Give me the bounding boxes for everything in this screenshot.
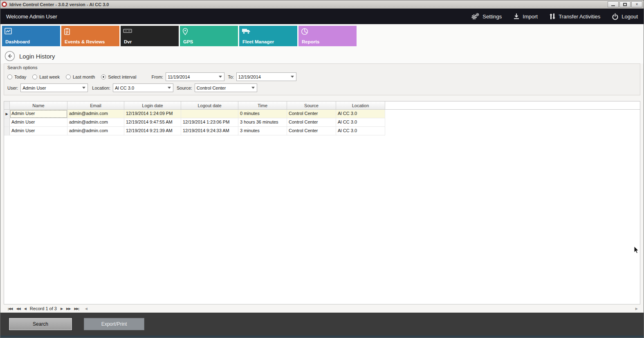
logout-button[interactable]: Logout bbox=[612, 13, 638, 20]
tile-dashboard[interactable]: Dashboard bbox=[2, 26, 60, 46]
transfer-activities-button[interactable]: Transfer Activities bbox=[549, 13, 600, 20]
radio-last-week[interactable]: Last week bbox=[32, 74, 60, 79]
column-header-login-date[interactable]: Login date bbox=[124, 101, 181, 109]
cell-logout-date[interactable] bbox=[181, 110, 238, 118]
cell-source[interactable]: Control Center bbox=[287, 110, 336, 118]
tile-gps[interactable]: GPS bbox=[180, 26, 238, 46]
from-date-combobox[interactable]: 11/19/2014 bbox=[166, 72, 224, 81]
cell-logout-date[interactable]: 12/19/2014 1:23:06 PM bbox=[181, 118, 238, 127]
tile-dvr-label: Dvr bbox=[124, 39, 132, 44]
location-label: Location: bbox=[92, 86, 110, 90]
location-combobox[interactable]: Al CC 3.0 bbox=[113, 83, 173, 92]
truck-icon bbox=[242, 28, 251, 36]
next-record-button[interactable]: ▶ bbox=[61, 307, 63, 311]
table-row[interactable]: ▶ Admin User admin@admin.com 12/19/2014 … bbox=[4, 110, 640, 118]
radio-last-month[interactable]: Last month bbox=[66, 74, 95, 79]
table-row[interactable]: ▶ Admin User admin@admin.com 12/19/2014 … bbox=[4, 118, 640, 127]
row-indicator-header bbox=[4, 101, 10, 109]
radio-last-week-circle[interactable] bbox=[32, 74, 37, 79]
radio-today[interactable]: Today bbox=[7, 74, 26, 79]
cell-login-date[interactable]: 12/19/2014 1:24:09 PM bbox=[124, 110, 181, 118]
column-header-location[interactable]: Location bbox=[336, 101, 385, 109]
cell-time[interactable]: 3 hours 36 minutes bbox=[238, 118, 287, 127]
prev-record-button[interactable]: ◀ bbox=[24, 307, 26, 311]
cell-email[interactable]: admin@admin.com bbox=[67, 110, 124, 118]
prev-page-button[interactable]: ◀◀ bbox=[16, 307, 20, 311]
horizontal-scrollbar[interactable]: ◀ ▶ bbox=[83, 304, 640, 313]
footer-bar: Search Export/Print bbox=[0, 313, 644, 336]
tile-dvr[interactable]: Dvr bbox=[121, 26, 179, 46]
cell-location[interactable]: Al CC 3.0 bbox=[336, 110, 385, 118]
user-combobox[interactable]: Admin User bbox=[20, 83, 88, 92]
row-indicator: ▶ bbox=[4, 110, 10, 118]
scroll-right-icon[interactable]: ▶ bbox=[635, 307, 638, 311]
next-page-button[interactable]: ▶▶ bbox=[66, 307, 70, 311]
to-date-combobox[interactable]: 12/19/2014 bbox=[236, 72, 296, 81]
cell-location[interactable]: Al CC 3.0 bbox=[336, 127, 385, 135]
top-navbar: Welcome Admin User Settings Import Trans… bbox=[0, 9, 644, 24]
cell-email[interactable]: admin@admin.com bbox=[67, 118, 124, 127]
tile-fleet-manager-label: Fleet Manager bbox=[242, 39, 274, 44]
to-date-value: 12/19/2014 bbox=[238, 74, 261, 79]
cell-name[interactable]: Admin User bbox=[10, 127, 67, 135]
page-header: Login History bbox=[0, 49, 644, 63]
user-label: User: bbox=[7, 86, 18, 90]
radio-select-interval[interactable]: Select interval bbox=[101, 74, 136, 79]
search-button[interactable]: Search bbox=[9, 318, 72, 331]
minimize-button[interactable] bbox=[608, 1, 619, 7]
settings-button[interactable]: Settings bbox=[471, 13, 502, 20]
column-header-name[interactable]: Name bbox=[10, 101, 67, 109]
radio-select-interval-circle[interactable] bbox=[101, 74, 106, 79]
column-header-source[interactable]: Source bbox=[287, 101, 336, 109]
column-header-email[interactable]: Email bbox=[67, 101, 124, 109]
close-icon: × bbox=[636, 2, 638, 7]
back-button[interactable] bbox=[4, 51, 15, 61]
column-header-logout-date[interactable]: Logout date bbox=[181, 101, 238, 109]
table-row[interactable]: ▶ Admin User admin@admin.com 12/19/2014 … bbox=[4, 127, 640, 135]
cell-email[interactable]: admin@admin.com bbox=[67, 127, 124, 135]
radio-last-month-label: Last month bbox=[73, 74, 95, 79]
cell-time[interactable]: 3 minutes bbox=[238, 127, 287, 135]
scroll-left-icon[interactable]: ◀ bbox=[85, 307, 88, 311]
user-value: Admin User bbox=[22, 86, 46, 90]
cell-location[interactable]: Al CC 3.0 bbox=[336, 118, 385, 127]
import-button[interactable]: Import bbox=[513, 13, 538, 20]
cell-logout-date[interactable]: 12/19/2014 9:24:33 AM bbox=[181, 127, 238, 135]
cell-login-date[interactable]: 12/19/2014 9:47:55 AM bbox=[124, 118, 181, 127]
close-button[interactable]: × bbox=[631, 1, 642, 7]
chart-icon bbox=[4, 28, 12, 36]
chevron-down-icon bbox=[82, 87, 85, 89]
cell-name[interactable]: Admin User bbox=[10, 118, 67, 127]
tile-reports[interactable]: Reports bbox=[298, 26, 357, 46]
maximize-button[interactable] bbox=[619, 1, 631, 7]
last-record-button[interactable]: ▶▶| bbox=[74, 307, 79, 311]
first-record-button[interactable]: |◀◀ bbox=[8, 307, 12, 311]
chevron-down-icon bbox=[219, 76, 222, 78]
tile-events-reviews[interactable]: Events & Reviews bbox=[61, 26, 119, 46]
login-history-grid: Name Email Login date Logout date Time S… bbox=[4, 101, 640, 304]
source-label: Source: bbox=[177, 86, 192, 90]
cell-login-date[interactable]: 12/19/2014 9:21:39 AM bbox=[124, 127, 181, 135]
cell-name[interactable]: Admin User bbox=[10, 110, 67, 118]
cell-time[interactable]: 0 minutes bbox=[238, 110, 287, 118]
module-tiles: Dashboard Events & Reviews Dvr GPS Fleet… bbox=[0, 24, 644, 49]
record-count-label: Record 1 of 3 bbox=[30, 306, 57, 311]
radio-last-month-circle[interactable] bbox=[66, 74, 71, 79]
radio-today-circle[interactable] bbox=[7, 74, 12, 79]
tile-events-reviews-label: Events & Reviews bbox=[65, 39, 105, 44]
clipboard-icon bbox=[64, 28, 70, 37]
export-print-button[interactable]: Export/Print bbox=[84, 318, 144, 330]
minimize-icon bbox=[611, 5, 615, 6]
pie-chart-icon bbox=[301, 28, 308, 37]
page-title: Login History bbox=[19, 53, 55, 60]
cell-source[interactable]: Control Center bbox=[287, 118, 336, 127]
logout-label: Logout bbox=[622, 14, 638, 20]
titlebar: Idrive Control Center - 3.0.2 version - … bbox=[0, 0, 644, 9]
tile-fleet-manager[interactable]: Fleet Manager bbox=[239, 26, 297, 46]
cell-source[interactable]: Control Center bbox=[287, 127, 336, 135]
column-header-time[interactable]: Time bbox=[238, 101, 287, 109]
transfer-icon bbox=[549, 13, 556, 20]
source-combobox[interactable]: Control Center bbox=[195, 83, 257, 92]
tile-dashboard-label: Dashboard bbox=[5, 39, 30, 44]
row-indicator: ▶ bbox=[4, 127, 10, 135]
